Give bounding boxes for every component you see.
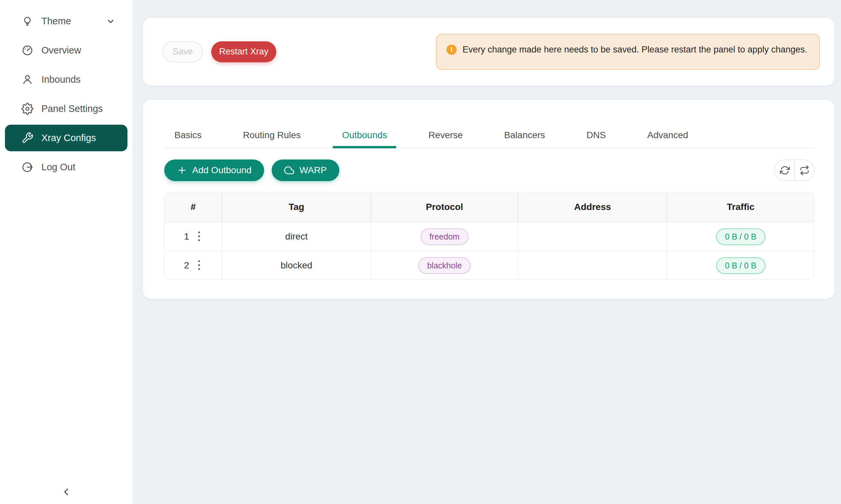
add-outbound-label: Add Outbound bbox=[192, 165, 252, 176]
kebab-menu-icon bbox=[197, 230, 201, 243]
sidebar-item-overview[interactable]: Overview bbox=[5, 37, 127, 64]
address-cell bbox=[518, 222, 667, 251]
column-header-traffic: Traffic bbox=[667, 192, 814, 222]
cloud-icon bbox=[284, 165, 295, 176]
outbounds-toolbar: Add Outbound WARP bbox=[164, 160, 814, 181]
table-header-row: # Tag Protocol Address Traffic bbox=[165, 192, 814, 222]
sidebar-collapse-button[interactable] bbox=[0, 486, 132, 499]
tab-basics[interactable]: Basics bbox=[174, 130, 201, 148]
refresh-icon bbox=[780, 165, 790, 175]
gear-icon bbox=[21, 103, 34, 115]
refresh-button[interactable] bbox=[775, 160, 794, 180]
sidebar-item-label: Inbounds bbox=[41, 74, 81, 85]
traffic-badge: 0 B / 0 B bbox=[716, 228, 766, 245]
table-row: 1 direct freedom 0 B / 0 B bbox=[165, 222, 814, 251]
plus-icon bbox=[177, 165, 187, 176]
address-cell bbox=[518, 251, 667, 280]
column-header-protocol: Protocol bbox=[371, 192, 519, 222]
user-icon bbox=[21, 73, 34, 86]
column-header-tag: Tag bbox=[222, 192, 371, 222]
sidebar-item-xray-configs[interactable]: Xray Configs bbox=[5, 125, 127, 151]
sidebar-item-label: Overview bbox=[41, 45, 81, 56]
sidebar-item-label: Panel Settings bbox=[41, 103, 103, 114]
gauge-icon bbox=[21, 44, 34, 56]
repeat-icon bbox=[800, 165, 809, 175]
chevron-left-icon bbox=[61, 486, 72, 499]
tab-reverse[interactable]: Reverse bbox=[428, 130, 463, 148]
protocol-badge: freedom bbox=[420, 228, 468, 245]
sidebar: Theme Overview Inbounds Panel Settings X… bbox=[0, 0, 132, 504]
tab-routing-rules[interactable]: Routing Rules bbox=[243, 130, 301, 148]
tab-advanced[interactable]: Advanced bbox=[647, 130, 688, 148]
xray-configs-card: Basics Routing Rules Outbounds Reverse B… bbox=[143, 100, 835, 299]
traffic-badge: 0 B / 0 B bbox=[716, 257, 766, 274]
sidebar-item-panel-settings[interactable]: Panel Settings bbox=[5, 95, 127, 122]
sidebar-item-label: Log Out bbox=[41, 162, 75, 173]
outbounds-table: # Tag Protocol Address Traffic 1 bbox=[164, 192, 814, 280]
table-actions-group bbox=[774, 160, 814, 181]
sidebar-item-theme[interactable]: Theme bbox=[5, 8, 127, 34]
tag-cell: direct bbox=[222, 222, 371, 251]
row-index: 1 bbox=[184, 231, 189, 242]
protocol-badge: blackhole bbox=[418, 257, 471, 274]
main-content: Save Restart Xray ! Every change made he… bbox=[132, 0, 841, 504]
row-menu-button[interactable] bbox=[196, 229, 202, 245]
warning-alert: ! Every change made here needs to be sav… bbox=[436, 34, 820, 70]
add-outbound-button[interactable]: Add Outbound bbox=[164, 160, 264, 181]
warning-alert-text: Every change made here needs to be saved… bbox=[463, 43, 807, 57]
sidebar-item-label: Theme bbox=[41, 16, 71, 26]
actions-card: Save Restart Xray ! Every change made he… bbox=[143, 18, 835, 86]
lightbulb-icon bbox=[21, 15, 34, 27]
row-index: 2 bbox=[184, 260, 189, 271]
sidebar-item-log-out[interactable]: Log Out bbox=[5, 154, 127, 180]
tab-dns[interactable]: DNS bbox=[586, 130, 606, 148]
wrench-icon bbox=[21, 132, 34, 144]
sidebar-item-label: Xray Configs bbox=[41, 132, 96, 143]
chevron-down-icon bbox=[106, 16, 116, 26]
tab-outbounds[interactable]: Outbounds bbox=[342, 130, 387, 148]
sidebar-item-inbounds[interactable]: Inbounds bbox=[5, 66, 127, 93]
row-menu-button[interactable] bbox=[196, 258, 202, 273]
warp-button[interactable]: WARP bbox=[272, 160, 339, 181]
kebab-menu-icon bbox=[197, 259, 201, 272]
tab-balancers[interactable]: Balancers bbox=[504, 130, 545, 148]
reset-default-button[interactable] bbox=[794, 160, 814, 180]
table-row: 2 blocked blackhole 0 B / 0 B bbox=[165, 251, 814, 280]
restart-xray-button[interactable]: Restart Xray bbox=[211, 41, 276, 62]
tag-cell: blocked bbox=[222, 251, 371, 280]
save-button[interactable]: Save bbox=[162, 41, 203, 62]
column-header-address: Address bbox=[518, 192, 667, 222]
warp-label: WARP bbox=[299, 165, 327, 176]
logout-icon bbox=[21, 161, 34, 173]
action-buttons: Save Restart Xray bbox=[162, 41, 276, 62]
tab-bar: Basics Routing Rules Outbounds Reverse B… bbox=[164, 100, 814, 148]
exclamation-circle-icon: ! bbox=[446, 44, 457, 55]
column-header-index: # bbox=[165, 192, 222, 222]
